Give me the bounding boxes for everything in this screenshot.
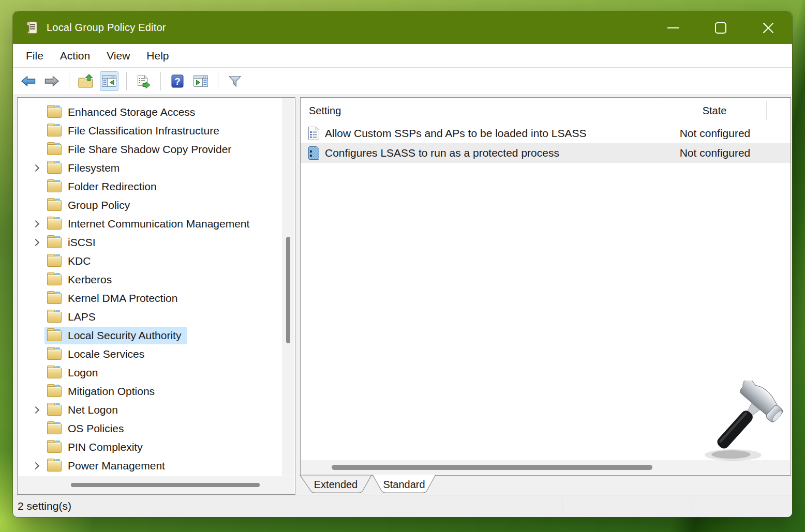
tree-horizontal-scrollbar-thumb[interactable] xyxy=(71,483,260,487)
chevron-spacer xyxy=(32,108,41,117)
chevron-right-icon[interactable] xyxy=(32,238,41,247)
tree-row-inner: Locale Services xyxy=(44,345,151,363)
status-bar: 2 setting(s) xyxy=(13,495,792,517)
tree-vertical-scrollbar[interactable] xyxy=(282,98,294,476)
tree-row-inner: Logon xyxy=(44,364,104,382)
tree-row-inner: Filesystem xyxy=(44,159,126,177)
tree-item[interactable]: File Share Shadow Copy Provider xyxy=(18,140,281,159)
statusbar-separator xyxy=(562,497,562,515)
tree-row-inner: KDC xyxy=(44,252,97,270)
tree-item[interactable]: Internet Communication Management xyxy=(18,215,281,233)
chevron-right-icon[interactable] xyxy=(32,163,41,173)
minimize-button[interactable] xyxy=(649,11,697,44)
column-separator[interactable] xyxy=(766,101,767,120)
close-button[interactable] xyxy=(744,11,792,44)
chevron-right-icon[interactable] xyxy=(32,461,41,470)
statusbar-separator xyxy=(692,497,692,515)
tab-extended[interactable]: Extended xyxy=(300,475,371,493)
tree-row-inner: Kernel DMA Protection xyxy=(44,290,184,307)
tree-item-label: Power Management xyxy=(68,460,165,472)
chevron-right-icon[interactable] xyxy=(32,219,41,229)
tab-standard[interactable]: Standard xyxy=(372,475,436,493)
list-header: Setting State xyxy=(301,98,791,124)
tree-item[interactable]: File Classification Infrastructure xyxy=(18,121,281,140)
column-header-setting[interactable]: Setting xyxy=(301,98,663,124)
menu-bar: FileActionViewHelp xyxy=(13,44,792,68)
chevron-spacer xyxy=(32,312,41,322)
list-row[interactable]: Configures LSASS to run as a protected p… xyxy=(301,143,791,163)
tree-row-inner: Local Security Authority xyxy=(44,327,187,344)
tree-item[interactable]: Local Security Authority xyxy=(18,326,281,345)
tree-item[interactable]: OS Policies xyxy=(18,419,281,438)
column-header-state[interactable]: State xyxy=(663,98,766,124)
export-list-button[interactable] xyxy=(134,71,153,91)
tree-item[interactable]: Mitigation Options xyxy=(18,382,281,401)
tree-item[interactable]: iSCSI xyxy=(18,233,281,252)
state-cell: Not configured xyxy=(663,147,767,159)
tree-horizontal-scrollbar[interactable] xyxy=(18,476,294,494)
folder-icon xyxy=(47,330,62,341)
folder-icon xyxy=(47,144,62,155)
tree-item[interactable]: Enhanced Storage Access xyxy=(18,103,281,121)
tree-row-inner: PIN Complexity xyxy=(44,438,149,456)
maximize-button[interactable] xyxy=(697,11,744,44)
folder-icon xyxy=(47,386,62,397)
show-hide-console-tree-button[interactable] xyxy=(100,71,118,91)
tree-item[interactable]: Kerberos xyxy=(18,270,281,289)
toolbar-separator xyxy=(69,72,69,90)
list-horizontal-scrollbar-thumb[interactable] xyxy=(332,465,652,470)
tree-vertical-scrollbar-thumb[interactable] xyxy=(286,237,290,343)
tree-item[interactable]: PIN Complexity xyxy=(18,438,281,457)
tab-extended-label[interactable]: Extended xyxy=(314,479,358,490)
tree-item[interactable]: KDC xyxy=(18,252,281,270)
tree-item-label: Kernel DMA Protection xyxy=(68,292,177,305)
folder-icon xyxy=(47,461,62,472)
help-button[interactable]: ? xyxy=(168,71,187,91)
chevron-spacer xyxy=(32,145,41,154)
toolbar-separator xyxy=(218,72,218,90)
back-button[interactable] xyxy=(19,71,38,91)
chevron-spacer xyxy=(32,275,41,284)
tree-item[interactable]: Locale Services xyxy=(18,345,281,363)
folder-icon xyxy=(47,312,62,323)
list-horizontal-scrollbar[interactable] xyxy=(301,460,790,475)
folder-icon xyxy=(47,442,62,453)
local-group-policy-editor-window: Local Group Policy Editor FileActionView… xyxy=(13,11,792,517)
list-rows: Allow Custom SSPs and APs to be loaded i… xyxy=(301,124,791,163)
tree-item[interactable]: Filesystem xyxy=(18,159,281,177)
tree-item[interactable]: LAPS xyxy=(18,308,281,326)
title-bar[interactable]: Local Group Policy Editor xyxy=(13,11,792,44)
tab-standard-label[interactable]: Standard xyxy=(383,479,425,490)
forward-button[interactable] xyxy=(42,71,61,91)
tree-item[interactable]: Folder Redirection xyxy=(18,177,281,196)
chevron-right-icon[interactable] xyxy=(32,405,41,415)
chevron-spacer xyxy=(32,349,41,359)
state-cell: Not configured xyxy=(663,127,767,140)
console-tree-pane: Enhanced Storage AccessFile Classificati… xyxy=(17,97,295,495)
tree-item[interactable]: Kernel DMA Protection xyxy=(18,289,281,308)
folder-icon xyxy=(47,256,62,267)
column-separator[interactable] xyxy=(663,101,663,120)
tree-item[interactable]: Logon xyxy=(18,363,281,382)
chevron-spacer xyxy=(32,294,41,303)
tree-item[interactable]: Group Policy xyxy=(18,196,281,215)
menu-item-help[interactable]: Help xyxy=(138,44,177,67)
tree-item[interactable]: Net Logon xyxy=(18,401,281,419)
tree-item-label: Locale Services xyxy=(68,348,144,360)
list-row[interactable]: Allow Custom SSPs and APs to be loaded i… xyxy=(301,124,791,143)
tree-item-label: OS Policies xyxy=(68,422,124,435)
folder-icon xyxy=(47,200,62,211)
tree-item-label: Mitigation Options xyxy=(68,385,155,398)
show-hide-action-pane-button[interactable] xyxy=(191,71,210,91)
tree-item-label: Folder Redirection xyxy=(68,180,157,193)
up-one-level-button[interactable] xyxy=(77,71,95,91)
tree-item-label: Net Logon xyxy=(68,404,118,416)
tree-row-inner: OS Policies xyxy=(44,420,130,437)
menu-item-view[interactable]: View xyxy=(98,44,138,67)
menu-item-file[interactable]: File xyxy=(18,44,52,67)
tree-item[interactable]: Power Management xyxy=(18,457,281,475)
tree-row-inner: Internet Communication Management xyxy=(44,215,256,233)
menu-item-action[interactable]: Action xyxy=(52,44,98,67)
filter-button[interactable] xyxy=(226,71,244,91)
view-tabs: Extended Standard xyxy=(300,476,791,495)
